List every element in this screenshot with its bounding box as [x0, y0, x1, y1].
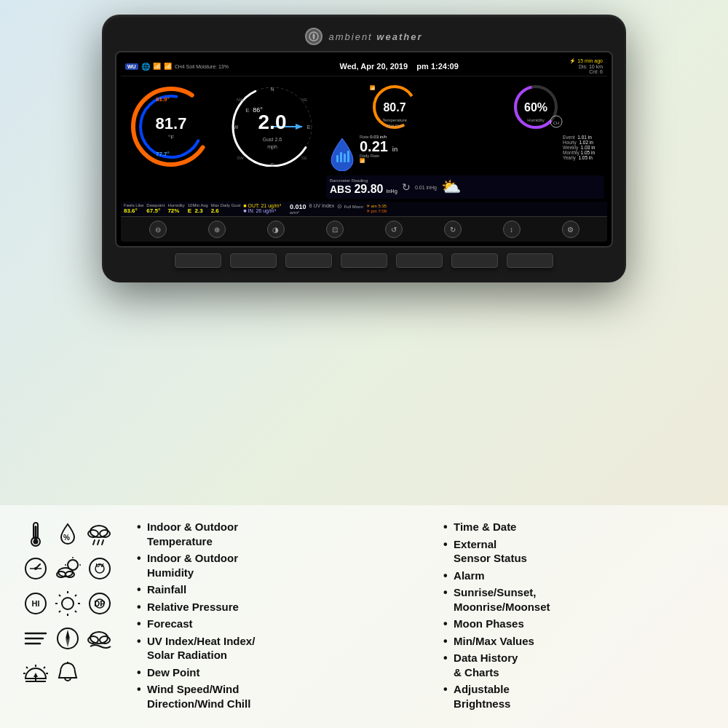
svg-text:NE: NE	[301, 98, 307, 102]
nav-minus-btn[interactable]: ⊖	[149, 221, 167, 238]
svg-text:81.9°: 81.9°	[156, 96, 170, 103]
phys-btn-7[interactable]	[507, 253, 553, 268]
svg-text:%: %	[63, 534, 70, 542]
svg-point-44	[33, 539, 39, 545]
svg-text:E: E	[307, 124, 311, 130]
baro-trend-icon: ↻	[402, 181, 411, 193]
10min-avg-stat: 10Min Avg E 2.3	[188, 203, 208, 215]
svg-line-54	[36, 564, 40, 569]
nav-updown-btn[interactable]: ↕	[503, 221, 521, 238]
feature-item-5: Forecast	[137, 617, 429, 631]
bottom-stats-row: Feels Like 83.6° Dewpoint 67.5° Humidity…	[121, 202, 607, 216]
svg-line-49	[93, 540, 95, 545]
uv-index-stat: 8 UV Index	[309, 203, 335, 215]
wind-lines-icon	[22, 625, 50, 652]
svg-text:↓: ↓	[146, 151, 149, 157]
physical-buttons-row	[115, 248, 613, 274]
svg-text:W: W	[234, 124, 239, 130]
screen-inner: WU 🌐 📶 📶 CH4 Soil Moisture: 13% Wed, Apr…	[121, 57, 607, 242]
phys-btn-2[interactable]	[230, 253, 277, 268]
feature-right-2: ExternalSensor Status	[443, 537, 706, 566]
solar-radiation-icon	[54, 590, 82, 617]
feature-right-6: Min/Max Values	[443, 634, 706, 649]
svg-text:N: N	[270, 87, 274, 92]
humidity-stat: Humidity 72%	[167, 203, 184, 215]
phys-btn-6[interactable]	[451, 253, 498, 268]
nav-cw-btn[interactable]: ↻	[444, 221, 462, 238]
windy-cloud-icon	[86, 625, 114, 652]
sunrise-stat: ☀ am 5:35 ☀ pm 7:09	[366, 203, 387, 215]
svg-text:CH: CH	[553, 121, 560, 125]
rain-panel: Rate 0.03 in/h 0.21 in Daily Rain 📶 Even…	[326, 133, 604, 173]
feature-icons-grid: %	[22, 520, 115, 692]
sunrise-icon	[22, 660, 50, 687]
svg-text:Temperature: Temperature	[382, 118, 407, 122]
svg-text:60%: 60%	[524, 101, 547, 114]
gauges-row: ↑ 81.9° 81.7 °F ↓ 77.7°	[121, 76, 607, 202]
outdoor-temp-gauge: ↑ 81.9° 81.7 °F ↓ 77.7°	[124, 79, 218, 167]
nav-half-btn[interactable]: ◑	[267, 221, 285, 238]
humidity-percent-icon: %	[54, 520, 82, 547]
svg-text:T&H CH1: T&H CH1	[386, 124, 403, 128]
rain-stats: Event 1.01 in Hourly 1.02 in Weekly 1.03…	[563, 135, 603, 171]
humidity-panel: 60% Humidity CH	[467, 79, 604, 130]
solar-uv-stat: 0.010 w/m²	[290, 203, 306, 215]
svg-line-75	[75, 595, 76, 596]
rain-drop-icon	[328, 135, 357, 171]
feature-item-1: Indoor & OutdoorTemperature	[137, 520, 429, 548]
nav-square-btn[interactable]: ⊡	[326, 221, 344, 238]
barometer-panel: Barometer Reading ABS 29.80 inHg ↻ 0.01 …	[326, 175, 604, 199]
baro-text: Barometer Reading ABS 29.80 inHg	[330, 178, 397, 196]
remote-temp-gauge-svg: 80.7 Temperature T&H CH1 📶	[365, 79, 424, 130]
moon-phase-stat: ⊙ Full Moon	[337, 203, 363, 215]
svg-text:E: E	[245, 107, 249, 114]
svg-text:Gust  2.6: Gust 2.6	[263, 137, 282, 142]
phys-btn-3[interactable]	[285, 253, 332, 268]
svg-rect-40	[347, 151, 349, 162]
lightning-info: ⚡ 15 min ago Dis: 10 km Cnt: 6	[569, 58, 603, 74]
feature-item-7: Dew Point	[137, 665, 429, 680]
temp-gauge-svg: ↑ 81.9° 81.7 °F ↓ 77.7°	[124, 79, 218, 167]
compass-icon	[54, 625, 82, 652]
globe-icon: 🌐	[141, 63, 150, 71]
svg-line-95	[44, 667, 45, 668]
feature-item-8: Wind Speed/WindDirection/Wind Chill	[137, 682, 429, 711]
svg-text:NW: NW	[237, 98, 244, 102]
temp-hum-row: 80.7 Temperature T&H CH1 📶	[326, 79, 604, 130]
phys-btn-1[interactable]	[175, 253, 221, 268]
svg-line-74	[59, 595, 60, 596]
humidity-gauge-svg: 60% Humidity CH	[507, 79, 565, 130]
nav-ccw-btn[interactable]: ↺	[385, 221, 403, 238]
svg-text:📶: 📶	[370, 85, 376, 91]
dewpoint-stat: Dewpoint 67.5°	[146, 203, 165, 215]
empty-icon-placeholder	[86, 660, 114, 687]
svg-line-94	[26, 667, 28, 668]
datetime-display: Wed, Apr 20, 2019 pm 1:24:09	[340, 62, 459, 71]
phys-btn-5[interactable]	[396, 253, 443, 268]
dewpoint-icon: DP	[86, 590, 114, 617]
top-status-bar: WU 🌐 📶 📶 CH4 Soil Moisture: 13% Wed, Apr…	[121, 57, 607, 76]
uv-index-icon: UV	[86, 555, 114, 582]
nav-settings-btn[interactable]: ⚙	[562, 221, 579, 238]
nav-plus-btn[interactable]: ⊕	[208, 221, 226, 238]
feature-right-7: Data History& Charts	[443, 651, 706, 679]
features-left-list: Indoor & OutdoorTemperature Indoor & Out…	[130, 520, 429, 713]
svg-text:HI: HI	[32, 599, 40, 608]
svg-rect-37	[336, 155, 339, 162]
svg-point-69	[62, 598, 74, 609]
svg-line-50	[98, 540, 99, 545]
feature-right-8: AdjustableBrightness	[443, 682, 706, 711]
signal-icon: 📶	[153, 63, 161, 70]
svg-text:77.7°: 77.7°	[156, 151, 170, 157]
feature-right-4: Sunrise/Sunset,Moonrise/Moonset	[443, 585, 706, 614]
cloud-sun-icon	[54, 555, 82, 582]
feature-item-6: UV Index/Heat Index/Solar Radiation	[137, 634, 429, 662]
svg-line-76	[59, 611, 60, 612]
phys-btn-4[interactable]	[341, 253, 387, 268]
svg-line-51	[102, 540, 103, 545]
feature-right-3: Alarm	[443, 569, 706, 583]
svg-point-46	[90, 526, 108, 537]
svg-text:SW: SW	[237, 156, 244, 160]
features-right-list: Time & Date ExternalSensor Status Alarm …	[443, 520, 706, 713]
brand-name: ambient weather	[328, 31, 422, 42]
